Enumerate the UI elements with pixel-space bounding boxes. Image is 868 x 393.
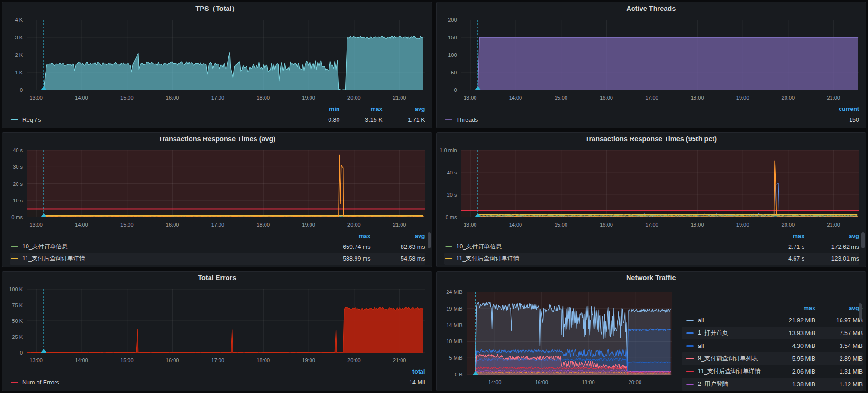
legend-row[interactable]: 11_支付后查询订单详情2.06 MiB1.31 MiB [682,365,863,378]
y-axis-tick: 150 [448,35,457,40]
series-label: all [698,343,704,349]
x-axis-tick: 18:00 [582,379,595,385]
chart-svg [467,292,672,375]
y-axis-tick: 40 s [13,147,23,153]
legend-value: 659.74 ms [316,244,371,250]
panel-tps: TPS（Total） 4 K3 K2 K1 K013:0014:0015:001… [2,2,432,128]
legend-col-max[interactable]: max [750,233,804,239]
legend-col-min[interactable]: min [297,106,340,112]
rt-avg-chart[interactable]: 40 s30 s20 s10 s0 ms13:0014:0015:0016:00… [27,150,425,217]
y-axis-tick: 5 MiB [449,355,462,361]
panel-title-rt-avg[interactable]: Transactions Response Times (avg) [2,133,432,146]
legend-col-avg[interactable]: avg [383,106,425,112]
y-axis-tick: 24 MiB [446,289,462,295]
x-axis-tick: 16:00 [600,95,613,101]
legend-scrollbar[interactable] [861,232,865,248]
legend-row[interactable]: all4.30 MiB3.54 MiB [682,339,863,352]
rt-95pct-chart[interactable]: 1.0 min40 s20 s0 ms13:0014:0015:0016:001… [461,150,859,217]
chart-svg [461,20,859,90]
panel-title-network-traffic[interactable]: Network Traffic [437,272,866,284]
legend-col-avg[interactable]: avg [371,233,425,239]
y-axis-tick: 200 [448,17,457,23]
x-axis-tick: 20:00 [347,357,361,363]
network-chart[interactable]: 24 MiB19 MiB14 MiB10 MiB5 MiB0 B14:0016:… [467,292,672,375]
legend-col-current[interactable]: current [816,106,859,112]
series-color-dash-icon [686,345,694,347]
legend-value: 2.71 s [750,244,804,250]
x-axis-tick: 16:00 [166,222,179,228]
legend-value: 21.92 MiB [763,317,815,324]
series-color-dash-icon [686,332,694,334]
x-axis-tick: 16:00 [166,95,179,101]
legend-row[interactable]: 9_支付前查询订单列表5.95 MiB2.89 MiB [682,352,863,365]
x-axis-tick: 15:00 [555,95,568,101]
panel-title-rt-95pct[interactable]: Transactions Response Times (95th pct) [437,133,866,146]
legend-value: 16.97 MiB [815,317,863,324]
rt-avg-legend: maxavg10_支付订单信息659.74 ms82.63 ms11_支付后查询… [2,231,432,267]
y-axis-tick: 3 K [15,35,23,40]
y-axis-tick: 20 s [13,181,23,187]
legend-row[interactable]: Threads150 [444,114,859,126]
legend-col-max[interactable]: max [316,233,371,239]
panel-title-tps[interactable]: TPS（Total） [2,2,432,15]
legend-col-max[interactable]: max [340,106,383,112]
y-axis-tick: 50 [451,70,457,75]
x-axis-tick: 21:00 [827,222,840,228]
series-label: Req / s [22,117,41,123]
legend-row[interactable]: 10_支付订单信息659.74 ms82.63 ms [10,241,425,253]
legend-row[interactable]: 10_支付订单信息2.71 s172.62 ms [444,241,859,253]
legend-value: 4.30 MiB [763,343,815,349]
chart-svg [27,20,425,90]
x-axis-tick: 21:00 [827,95,840,101]
x-axis-tick: 21:00 [393,357,406,363]
tps-chart[interactable]: 4 K3 K2 K1 K013:0014:0015:0016:0017:0018… [27,20,425,90]
legend-col-max[interactable]: max [763,305,815,311]
panel-title-active-threads[interactable]: Active Threads [437,2,866,15]
legend-row[interactable]: Num of Errors14 Mil [10,376,425,388]
chart-svg [27,289,425,353]
legend-row[interactable]: Req / s0.803.15 K1.71 K [10,114,425,126]
legend-row[interactable]: 11_支付后查询订单详情588.99 ms54.58 ms [10,253,425,265]
legend-value: 588.99 ms [316,256,371,262]
x-axis-tick: 14:00 [75,357,88,363]
legend-scrollbar[interactable] [859,303,862,320]
x-axis-tick: 18:00 [256,357,270,363]
legend-scrollbar[interactable] [428,232,431,248]
y-axis-tick: 50 K [12,318,23,324]
x-axis-tick: 14:00 [509,222,522,228]
network-legend: maxavg▾all21.92 MiB16.97 MiB1_打开首页13.93 … [682,302,863,391]
series-label: 11_支付后查询订单详情 [698,367,760,375]
x-axis-tick: 17:00 [211,357,225,363]
legend-value: 5.95 MiB [763,356,815,362]
y-axis-tick: 25 K [12,334,23,340]
panel-network-traffic: Network Traffic 24 MiB19 MiB14 MiB10 MiB… [436,271,867,391]
x-axis-tick: 15:00 [120,357,134,363]
panel-rt-avg: Transactions Response Times (avg) 40 s30… [2,132,432,267]
legend-value: 4.67 s [750,256,804,262]
errors-chart[interactable]: 100 K75 K50 K25 K013:0014:0015:0016:0017… [27,289,425,353]
legend-value: 54.58 ms [371,256,425,262]
x-axis-tick: 15:00 [555,222,568,228]
legend-col-total[interactable]: total [383,368,425,375]
legend-row[interactable]: all21.92 MiB16.97 MiB [682,314,863,327]
legend-col-avg[interactable]: avg [804,233,859,239]
legend-value: 13.93 MiB [763,330,815,337]
series-label: 9_支付前查询订单列表 [698,355,758,363]
rt-95pct-legend: maxavg10_支付订单信息2.71 s172.62 ms11_支付后查询订单… [437,231,866,267]
legend-row[interactable]: 11_支付后查询订单详情4.67 s123.01 ms [444,253,859,265]
legend-col-avg[interactable]: avg▾ [815,305,863,311]
legend-header-row: minmaxavg [10,104,425,114]
network-content: 24 MiB19 MiB14 MiB10 MiB5 MiB0 B14:0016:… [437,284,866,391]
series-color-dash-icon [686,358,694,359]
threads-chart[interactable]: 20015010050013:0014:0015:0016:0017:0018:… [461,20,859,90]
panel-total-errors: Total Errors 100 K75 K50 K25 K013:0014:0… [2,271,432,391]
legend-row[interactable]: 2_用户登陆1.38 MiB1.12 MiB [682,378,863,391]
series-label: Num of Errors [22,379,59,386]
y-axis-tick: 75 K [12,302,23,308]
y-axis-tick: 0 [20,87,23,93]
legend-row[interactable]: 1_打开首页13.93 MiB7.57 MiB [682,327,863,339]
x-axis-tick: 21:00 [393,222,406,228]
x-axis-tick: 18:00 [256,222,270,228]
panel-title-total-errors[interactable]: Total Errors [2,272,432,284]
y-axis-tick: 1.0 min [439,147,457,153]
